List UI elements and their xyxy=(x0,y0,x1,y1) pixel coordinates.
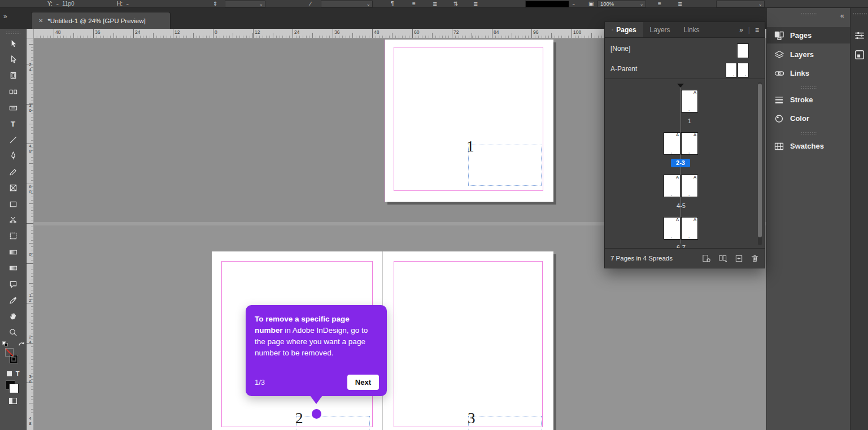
workspace-dropdown[interactable]: ⌄ xyxy=(716,1,765,7)
page-thumbnail-2[interactable]: A , xyxy=(664,132,681,155)
edit-page-size-icon[interactable] xyxy=(702,254,711,263)
page-number-text-frame[interactable] xyxy=(296,416,370,430)
tab-layers[interactable]: Layers xyxy=(643,22,677,37)
parent-none-thumbnail[interactable] xyxy=(737,44,749,58)
scale-dropdown[interactable]: ⌄ xyxy=(225,1,265,7)
zoom-tool[interactable] xyxy=(0,324,27,340)
pen-tool[interactable] xyxy=(0,148,27,164)
tools-panel-expand-icon[interactable]: » xyxy=(3,12,7,20)
spread-label-1[interactable]: 1 xyxy=(681,118,698,124)
vertical-ruler[interactable]: 24 36 48 60 0 12 24 36 48 xyxy=(27,38,34,430)
selection-tool[interactable] xyxy=(0,36,27,51)
tab-links[interactable]: Links xyxy=(677,22,706,37)
view-options-icon[interactable]: ≡ xyxy=(658,0,661,7)
spreads-scrollbar[interactable] xyxy=(758,82,762,245)
a-parent-thumbnail-right[interactable]: , xyxy=(738,63,749,77)
tab-pages[interactable]: ◦ Pages xyxy=(605,22,643,37)
gradient-swatch-tool[interactable] xyxy=(0,244,27,260)
page-thumbnail-5[interactable]: A , xyxy=(681,175,698,197)
document-tab[interactable]: ✕ *Untitled-1 @ 24% [GPU Preview] xyxy=(31,12,171,29)
align-lines-icon[interactable]: ≡ xyxy=(412,0,416,7)
create-spread-icon[interactable] xyxy=(718,254,727,263)
screen-arrange-icon[interactable]: ≣ xyxy=(678,0,682,7)
strip-drag-handle[interactable] xyxy=(852,12,867,16)
eyedropper-tool[interactable] xyxy=(0,292,27,308)
apply-color-control[interactable] xyxy=(0,379,27,396)
align-lines-dense-icon[interactable]: ≣ xyxy=(433,0,437,7)
dock-group-handle[interactable] xyxy=(800,86,817,89)
distribute-icon[interactable]: ≣ xyxy=(473,0,478,7)
page-thumbnail-3[interactable]: A , xyxy=(681,132,698,155)
swap-fill-stroke-icon[interactable] xyxy=(18,341,25,348)
dock-item-color[interactable]: Color xyxy=(767,110,850,127)
page-thumbnail-7[interactable]: A , xyxy=(681,217,698,240)
line-tool[interactable] xyxy=(0,132,27,147)
scissors-tool[interactable] xyxy=(0,212,27,228)
color-swatch-dropdown[interactable] xyxy=(525,1,569,7)
page-thumbnail-6[interactable]: A , xyxy=(664,217,681,240)
collapse-panel-icon[interactable]: » xyxy=(739,26,743,34)
next-button[interactable]: Next xyxy=(347,375,379,390)
fill-swatch[interactable] xyxy=(5,348,14,357)
type-tool[interactable]: T xyxy=(0,116,27,132)
paragraph-icon[interactable]: ¶ xyxy=(391,0,394,7)
apply-none-swatch[interactable] xyxy=(9,384,19,393)
pencil-tool[interactable] xyxy=(0,164,27,180)
gap-tool[interactable] xyxy=(0,84,27,99)
new-page-icon[interactable] xyxy=(735,254,743,263)
scale-icon[interactable]: ⇕ xyxy=(213,0,217,7)
cc-libraries-icon[interactable] xyxy=(854,50,865,60)
zoom-level-field[interactable]: 100% ⌄ xyxy=(597,1,646,7)
content-collector-tool[interactable] xyxy=(0,100,27,116)
parent-row-none[interactable]: [None] xyxy=(605,40,765,57)
parent-row-a-parent[interactable]: A-Parent , , xyxy=(605,59,765,79)
ruler-origin-box[interactable] xyxy=(27,29,34,38)
screen-mode-button[interactable] xyxy=(9,398,17,404)
delete-page-icon[interactable] xyxy=(751,254,759,263)
tools-drag-handle[interactable] xyxy=(6,31,20,34)
dock-item-pages[interactable]: Pages xyxy=(767,27,850,44)
rotation-dropdown[interactable]: ⌄ xyxy=(321,1,373,7)
panel-menu-icon[interactable]: ≡ xyxy=(755,26,759,34)
pages-panel-header-icons: » | ≡ xyxy=(739,22,765,37)
page-number-text-frame[interactable] xyxy=(468,145,542,186)
dock-item-swatches[interactable]: Swatches xyxy=(767,138,850,154)
rectangle-tool[interactable] xyxy=(0,196,27,212)
tab-close-icon[interactable]: ✕ xyxy=(38,18,43,24)
swap-axes-icon[interactable]: ⇅ xyxy=(453,0,458,7)
spread-label-2-3-selected[interactable]: 2-3 xyxy=(671,159,690,167)
a-parent-thumbnail-left[interactable]: , xyxy=(726,63,737,77)
height-stepper-chevron-icon[interactable]: ⌄ xyxy=(125,0,130,7)
y-coordinate-value[interactable]: 11p0 xyxy=(62,0,75,7)
hand-tool[interactable] xyxy=(0,309,27,324)
free-transform-tool[interactable] xyxy=(0,228,27,244)
spread-selector-arrow-icon[interactable] xyxy=(677,84,684,88)
gradient-feather-tool[interactable] xyxy=(0,260,27,276)
fill-stroke-control[interactable] xyxy=(0,340,27,368)
page-thumbnail-4[interactable]: A , xyxy=(664,175,681,197)
parent-none-label: [None] xyxy=(610,45,630,53)
swatch-chevron-icon[interactable]: ⌄ xyxy=(572,0,576,7)
collapse-dock-icon[interactable]: « xyxy=(840,11,844,20)
note-tool[interactable] xyxy=(0,276,27,292)
formatting-affects-container-icon[interactable] xyxy=(7,371,12,376)
dock-item-links[interactable]: Links xyxy=(767,65,850,81)
dock-item-stroke[interactable]: Stroke xyxy=(767,92,850,108)
y-stepper-chevron-icon[interactable]: ⌄ xyxy=(55,0,60,7)
spread-label-4-5[interactable]: 4-5 xyxy=(673,202,690,209)
page-thumbnail-1[interactable]: A , xyxy=(681,90,698,112)
dock-group-handle[interactable] xyxy=(800,132,817,135)
page-tool[interactable] xyxy=(0,68,27,84)
dock-drag-handle[interactable] xyxy=(800,12,817,16)
direct-selection-tool[interactable] xyxy=(0,51,27,67)
document-page-1[interactable]: 1 xyxy=(385,40,553,202)
shear-icon[interactable]: ∕ xyxy=(310,0,311,7)
rectangle-frame-tool[interactable] xyxy=(0,180,27,196)
scrollbar-thumb[interactable] xyxy=(758,84,762,237)
spreads-list[interactable]: A , 1 A , A , 2-3 A , A , 4-5 A , A xyxy=(605,79,765,249)
page-number-text-frame[interactable] xyxy=(468,416,542,430)
properties-sliders-icon[interactable] xyxy=(854,31,865,41)
preview-checkbox-icon[interactable]: ▣ xyxy=(588,0,594,7)
dock-item-layers[interactable]: Layers xyxy=(767,46,850,63)
formatting-affects-text-icon[interactable]: T xyxy=(16,370,20,377)
